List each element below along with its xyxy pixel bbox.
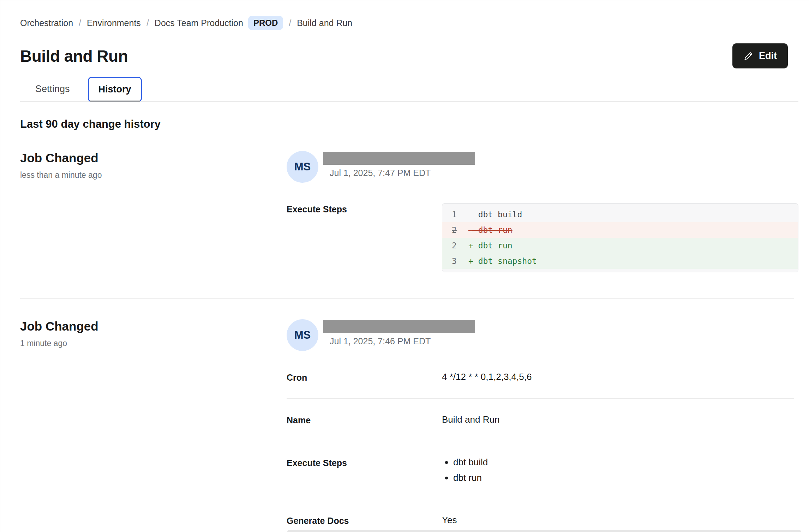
field-row: Execute Stepsdbt builddbt run	[287, 441, 794, 499]
diff-line-context: 1 dbt build	[442, 207, 798, 222]
tab-settings[interactable]: Settings	[26, 78, 79, 101]
entry-fields: Cron4 */12 * * 0,1,2,3,4,5,6NameBuild an…	[287, 371, 798, 530]
list-item: dbt run	[453, 472, 794, 483]
entry-author-row: MSJul 1, 2025, 7:46 PM EDT	[287, 319, 798, 351]
entry-timestamp: Jul 1, 2025, 7:46 PM EDT	[323, 336, 475, 346]
execute-steps-diff: 1 dbt build2- dbt run2+ dbt run3+ dbt sn…	[442, 203, 798, 272]
field-label: Cron	[287, 371, 442, 383]
entry-title: Job Changed	[20, 319, 287, 333]
entry-title: Job Changed	[20, 151, 287, 165]
diff-line-number: 1	[442, 207, 458, 222]
cutoff-next-element	[287, 530, 801, 532]
field-value: 4 */12 * * 0,1,2,3,4,5,6	[442, 371, 794, 383]
diff-line-removed: 2- dbt run	[442, 222, 798, 238]
field-value: 1 dbt build2- dbt run2+ dbt run3+ dbt sn…	[442, 203, 794, 272]
diff-line-code: dbt build	[468, 207, 522, 222]
history-entry: Job Changed1 minute agoMSJul 1, 2025, 7:…	[20, 319, 798, 530]
field-label: Name	[287, 414, 442, 425]
diff-line-number: 3	[442, 253, 458, 269]
avatar: MS	[287, 319, 318, 351]
entry-detail: MSJul 1, 2025, 7:47 PM EDTExecute Steps1…	[287, 151, 798, 276]
diff-line-code: + dbt run	[468, 238, 513, 253]
field-value: Yes	[442, 515, 794, 526]
field-row: NameBuild and Run	[287, 398, 794, 441]
edit-button-label: Edit	[759, 50, 777, 61]
redacted-author-name	[323, 320, 475, 333]
change-history-list: Job Changedless than a minute agoMSJul 1…	[20, 151, 798, 530]
entry-relative-time: 1 minute ago	[20, 339, 287, 348]
breadcrumb-separator: /	[79, 18, 81, 28]
field-value: Build and Run	[442, 414, 794, 425]
diff-line-added: 2+ dbt run	[442, 238, 798, 253]
pencil-icon	[743, 51, 754, 61]
history-entry: Job Changedless than a minute agoMSJul 1…	[20, 151, 798, 276]
field-value: dbt builddbt run	[442, 457, 794, 483]
field-row: Execute Steps1 dbt build2- dbt run2+ dbt…	[287, 203, 794, 276]
section-heading: Last 90 day change history	[20, 118, 798, 131]
edit-button[interactable]: Edit	[732, 43, 788, 68]
field-label: Execute Steps	[287, 203, 442, 272]
page-header: Build and Run Edit	[20, 43, 798, 68]
author-block: Jul 1, 2025, 7:46 PM EDT	[323, 319, 475, 351]
page-title: Build and Run	[20, 47, 128, 66]
breadcrumb-environment-name[interactable]: Docs Team Production	[155, 18, 243, 28]
author-block: Jul 1, 2025, 7:47 PM EDT	[323, 151, 475, 183]
breadcrumb-environments[interactable]: Environments	[87, 18, 141, 28]
breadcrumb-separator: /	[146, 18, 149, 28]
breadcrumb-separator: /	[289, 18, 291, 28]
breadcrumb: Orchestration / Environments / Docs Team…	[20, 0, 798, 30]
entry-summary: Job Changedless than a minute ago	[20, 151, 287, 276]
redacted-author-name	[323, 152, 475, 165]
field-label: Execute Steps	[287, 457, 442, 483]
avatar: MS	[287, 151, 318, 183]
tab-bar: Settings History	[20, 77, 798, 102]
field-value-list: dbt builddbt run	[442, 457, 794, 483]
entry-detail: MSJul 1, 2025, 7:46 PM EDTCron4 */12 * *…	[287, 319, 798, 530]
entry-timestamp: Jul 1, 2025, 7:47 PM EDT	[323, 168, 475, 178]
job-history-page: Orchestration / Environments / Docs Team…	[0, 0, 809, 532]
tab-history[interactable]: History	[88, 77, 142, 102]
entry-relative-time: less than a minute ago	[20, 170, 287, 180]
diff-line-code: - dbt run	[468, 222, 513, 238]
diff-line-code: + dbt snapshot	[468, 253, 537, 269]
entry-summary: Job Changed1 minute ago	[20, 319, 287, 530]
field-row: Generate DocsYes	[287, 499, 794, 530]
diff-line-added: 3+ dbt snapshot	[442, 253, 798, 269]
entry-divider	[20, 298, 794, 299]
field-row: Cron4 */12 * * 0,1,2,3,4,5,6	[287, 371, 794, 398]
diff-line-number: 2	[442, 238, 458, 253]
diff-line-number: 2	[442, 222, 458, 238]
prod-badge: PROD	[248, 16, 283, 30]
list-item: dbt build	[453, 457, 794, 468]
entry-fields: Execute Steps1 dbt build2- dbt run2+ dbt…	[287, 203, 798, 276]
breadcrumb-current-page: Build and Run	[297, 18, 352, 28]
field-label: Generate Docs	[287, 515, 442, 526]
breadcrumb-orchestration[interactable]: Orchestration	[20, 18, 73, 28]
entry-author-row: MSJul 1, 2025, 7:47 PM EDT	[287, 151, 798, 183]
